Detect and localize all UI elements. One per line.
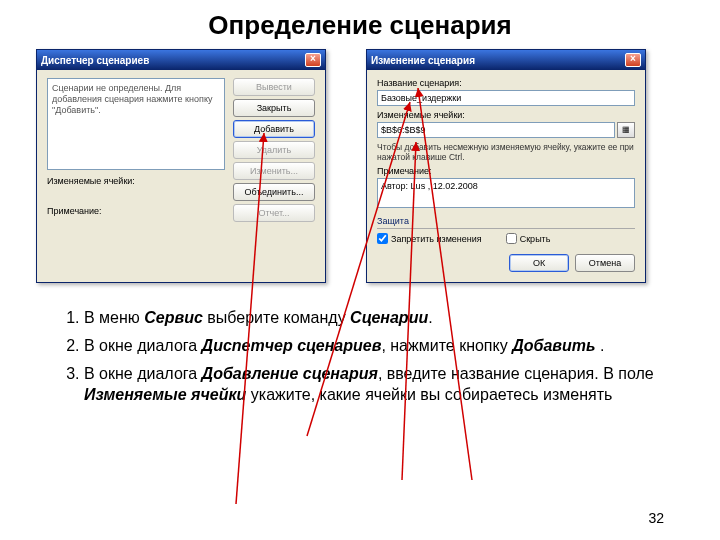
ok-button[interactable]: ОК: [509, 254, 569, 272]
scenario-manager-dialog: Диспетчер сценариев × Сценарии не опреде…: [36, 49, 326, 283]
scenario-list[interactable]: Сценарии не определены. Для добавления с…: [47, 78, 225, 170]
page-number: 32: [648, 510, 664, 526]
instructions: В меню Сервис выберите команду Сценарии.…: [0, 283, 720, 405]
titlebar: Изменение сценария ×: [367, 50, 645, 70]
cancel-button[interactable]: Отмена: [575, 254, 635, 272]
dialog-body: Название сценария: Изменяемые ячейки: ▦ …: [367, 70, 645, 282]
instruction-item: В окне диалога Диспетчер сценариев, нажм…: [84, 335, 664, 357]
close-button[interactable]: Закрыть: [233, 99, 315, 117]
changing-cells-label: Изменяемые ячейки:: [377, 110, 635, 120]
show-button: Вывести: [233, 78, 315, 96]
dialog-title: Изменение сценария: [371, 55, 475, 66]
note-input[interactable]: [377, 178, 635, 208]
edit-scenario-dialog: Изменение сценария × Название сценария: …: [366, 49, 646, 283]
prevent-changes-checkbox[interactable]: Запретить изменения: [377, 233, 482, 244]
add-button[interactable]: Добавить: [233, 120, 315, 138]
changing-cells-label: Изменяемые ячейки:: [47, 176, 225, 186]
range-picker-icon[interactable]: ▦: [617, 122, 635, 138]
protection-header: Защита: [377, 216, 635, 229]
dialog-title: Диспетчер сценариев: [41, 55, 149, 66]
changing-cells-input[interactable]: [377, 122, 615, 138]
merge-button[interactable]: Объединить...: [233, 183, 315, 201]
scenario-name-label: Название сценария:: [377, 78, 635, 88]
dialogs-container: Диспетчер сценариев × Сценарии не опреде…: [0, 49, 720, 283]
help-text: Чтобы добавить несмежную изменяемую ячей…: [377, 142, 635, 162]
instruction-item: В меню Сервис выберите команду Сценарии.: [84, 307, 664, 329]
instruction-item: В окне диалога Добавление сценария, введ…: [84, 363, 664, 406]
edit-button: Изменить...: [233, 162, 315, 180]
report-button: Отчет...: [233, 204, 315, 222]
protection-group: Защита Запретить изменения Скрыть: [377, 216, 635, 244]
titlebar: Диспетчер сценариев ×: [37, 50, 325, 70]
page-title: Определение сценария: [0, 0, 720, 49]
close-icon[interactable]: ×: [305, 53, 321, 67]
close-icon[interactable]: ×: [625, 53, 641, 67]
checkbox-label: Скрыть: [520, 234, 551, 244]
hide-checkbox[interactable]: Скрыть: [506, 233, 551, 244]
note-label: Примечание:: [377, 166, 635, 176]
note-label: Примечание:: [47, 206, 225, 216]
checkbox-label: Запретить изменения: [391, 234, 482, 244]
delete-button: Удалить: [233, 141, 315, 159]
dialog-body: Сценарии не определены. Для добавления с…: [37, 70, 325, 232]
scenario-name-input[interactable]: [377, 90, 635, 106]
